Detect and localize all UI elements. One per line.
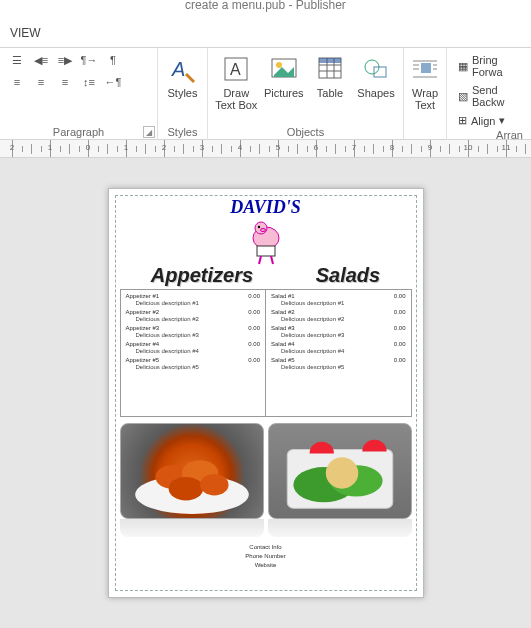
text-box-icon: A: [220, 53, 252, 85]
logo-text: DAVID'S: [120, 200, 412, 214]
shapes-icon: [360, 53, 392, 85]
group-label-objects: Objects: [214, 126, 397, 140]
menu-item: Salad #40.00Delicious description #4: [271, 341, 406, 354]
svg-rect-10: [319, 58, 341, 63]
paragraph-dialog-launcher[interactable]: ◢: [143, 126, 155, 138]
svg-point-30: [168, 477, 202, 501]
align-icon: ⊞: [458, 114, 467, 127]
wrap-text-button[interactable]: Wrap Text: [404, 50, 446, 114]
chevron-down-icon: ▾: [499, 114, 505, 127]
styles-icon: A: [167, 53, 199, 85]
line-spacing-button[interactable]: ↕≡: [78, 72, 100, 92]
ltr-button[interactable]: ¶→: [78, 50, 100, 70]
horizontal-ruler[interactable]: 2101234567891011: [0, 140, 531, 158]
svg-text:A: A: [171, 58, 185, 80]
menu-item: Salad #30.00Delicious description #3: [271, 325, 406, 338]
shapes-button[interactable]: Shapes: [355, 50, 397, 102]
appetizers-column: Appetizer #10.00Delicious description #1…: [121, 290, 266, 416]
menu-item: Salad #50.00Delicious description #5: [271, 357, 406, 370]
group-label-paragraph: Paragraph: [6, 126, 151, 140]
bullets-button[interactable]: ☰: [6, 50, 28, 70]
pictures-button[interactable]: Pictures: [263, 50, 306, 102]
bring-forward-icon: ▦: [458, 60, 468, 73]
align-left-button[interactable]: ≡: [6, 72, 28, 92]
group-styles: A Styles Styles: [158, 48, 208, 140]
svg-rect-13: [421, 63, 431, 73]
svg-point-23: [260, 228, 265, 231]
increase-indent-button[interactable]: ≡▶: [54, 50, 76, 70]
group-arrange: ▦Bring Forwa ▧Send Backw ⊞Align ▾ Arran: [446, 48, 531, 140]
align-button[interactable]: ⊞Align ▾: [453, 112, 525, 129]
salads-column: Salad #10.00Delicious description #1Sala…: [265, 290, 411, 416]
page[interactable]: DAVID'S Appetizers Salads Appetizer #10.…: [108, 188, 424, 598]
appetizer-photo: [120, 423, 264, 519]
svg-line-26: [271, 256, 273, 264]
table-icon: [314, 53, 346, 85]
svg-point-4: [276, 62, 282, 68]
align-right-button[interactable]: ≡: [54, 72, 76, 92]
menu-item: Appetizer #40.00Delicious description #4: [126, 341, 261, 354]
menu-item: Salad #20.00Delicious description #2: [271, 309, 406, 322]
pictures-icon: [268, 53, 300, 85]
tab-view[interactable]: VIEW: [0, 22, 531, 48]
salad-photo: [268, 423, 412, 519]
group-paragraph: ☰ ◀≡ ≡▶ ¶→ ¶ ≡ ≡ ≡ ↕≡ ←¶ Paragraph ◢: [0, 48, 158, 140]
svg-line-25: [259, 256, 261, 264]
table-button[interactable]: Table: [309, 50, 351, 102]
bring-forward-button[interactable]: ▦Bring Forwa: [453, 52, 525, 80]
svg-point-21: [255, 222, 267, 234]
appetizers-heading: Appetizers: [151, 264, 253, 287]
menu-item: Salad #10.00Delicious description #1: [271, 293, 406, 306]
send-backward-button[interactable]: ▧Send Backw: [453, 82, 525, 110]
pilcrow-button[interactable]: ¶: [102, 50, 124, 70]
group-objects: A Draw Text Box Pictures Table Shapes Ob…: [208, 48, 404, 140]
wrap-text-icon: [409, 53, 441, 85]
menu-item: Appetizer #30.00Delicious description #3: [126, 325, 261, 338]
window-title: create a menu.pub - Publisher: [0, 0, 531, 22]
styles-button[interactable]: A Styles: [162, 50, 204, 102]
contact-block: Contact Info Phone Number Website: [120, 543, 412, 570]
svg-rect-24: [257, 246, 275, 256]
svg-rect-12: [374, 67, 386, 77]
svg-point-35: [325, 457, 357, 488]
decrease-indent-button[interactable]: ◀≡: [30, 50, 52, 70]
menu-item: Appetizer #50.00Delicious description #5: [126, 357, 261, 370]
pig-logo-icon: [243, 216, 289, 266]
group-label-styles: Styles: [164, 126, 201, 140]
group-wrap: Wrap Text: [404, 48, 446, 140]
menu-item: Appetizer #10.00Delicious description #1: [126, 293, 261, 306]
document-canvas[interactable]: DAVID'S Appetizers Salads Appetizer #10.…: [0, 158, 531, 628]
send-backward-icon: ▧: [458, 90, 468, 103]
svg-point-31: [200, 474, 228, 496]
ribbon: ☰ ◀≡ ≡▶ ¶→ ¶ ≡ ≡ ≡ ↕≡ ←¶ Paragraph ◢: [0, 48, 531, 140]
salads-heading: Salads: [316, 264, 380, 287]
align-center-button[interactable]: ≡: [30, 72, 52, 92]
draw-text-box-button[interactable]: A Draw Text Box: [214, 50, 259, 114]
menu-item: Appetizer #20.00Delicious description #2: [126, 309, 261, 322]
svg-point-22: [257, 226, 259, 228]
svg-text:A: A: [230, 61, 241, 78]
menu-columns: Appetizer #10.00Delicious description #1…: [120, 289, 412, 417]
rtl-button[interactable]: ←¶: [102, 72, 124, 92]
